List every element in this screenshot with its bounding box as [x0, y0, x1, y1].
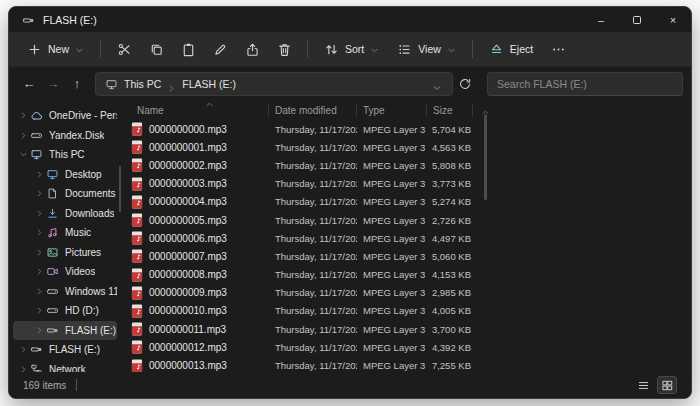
paste-button[interactable]: [173, 36, 203, 62]
chevron-right-icon[interactable]: [35, 267, 44, 276]
chevron-right-icon[interactable]: [35, 189, 44, 198]
mp3-file-icon: [131, 249, 143, 263]
file-name: 0000000012.mp3: [149, 342, 227, 353]
sidebar-item-desktop[interactable]: Desktop: [13, 165, 117, 185]
column-header-size[interactable]: Size: [427, 104, 473, 117]
chevron-right-icon[interactable]: [35, 248, 44, 257]
scroll-up-icon[interactable]: [481, 103, 490, 112]
chevron-down-icon: [75, 45, 84, 54]
chevron-down-icon[interactable]: [19, 150, 28, 159]
refresh-button[interactable]: [453, 72, 477, 96]
sidebar-item-videos[interactable]: Videos: [13, 262, 117, 282]
share-button[interactable]: [237, 36, 267, 62]
table-row[interactable]: 0000000012.mp3Thursday, 11/17/2022 ...MP…: [121, 338, 691, 356]
delete-button[interactable]: [269, 36, 299, 62]
table-row[interactable]: 0000000000.mp3Thursday, 11/17/2022 ...MP…: [121, 120, 691, 138]
close-button[interactable]: ×: [655, 7, 691, 32]
breadcrumb[interactable]: This PC FLASH (E:): [95, 72, 453, 96]
up-button[interactable]: ↑: [65, 72, 89, 96]
table-row[interactable]: 0000000011.mp3Thursday, 11/17/2022 ...MP…: [121, 320, 691, 338]
file-size: 5,808 KB: [427, 160, 473, 171]
rename-button[interactable]: [205, 36, 235, 62]
chevron-right-icon[interactable]: [35, 287, 44, 296]
sort-label: Sort: [345, 43, 364, 55]
view-button[interactable]: View: [389, 36, 464, 62]
chevron-right-icon[interactable]: [35, 170, 44, 179]
back-button[interactable]: ←: [17, 72, 41, 96]
sidebar-item-documents[interactable]: Documents: [13, 184, 117, 204]
drive-icon: [30, 129, 43, 142]
sidebar-item-onedrive-perso[interactable]: OneDrive - Perso: [13, 106, 117, 126]
scrollbar[interactable]: [479, 100, 491, 372]
mp3-file-icon: [131, 213, 143, 227]
breadcrumb-flash-e[interactable]: FLASH (E:): [176, 78, 242, 90]
file-name-cell: 0000000000.mp3: [121, 122, 269, 136]
file-date-modified: Thursday, 11/17/2022 ...: [269, 360, 357, 371]
usb-drive-icon: [22, 13, 35, 26]
chevron-right-icon[interactable]: [35, 228, 44, 237]
table-row[interactable]: 0000000002.mp3Thursday, 11/17/2022 ...MP…: [121, 156, 691, 174]
chevron-right-icon[interactable]: [19, 111, 28, 120]
column-header-date-modified[interactable]: Date modified: [269, 104, 357, 117]
sidebar-item-pictures[interactable]: Pictures: [13, 243, 117, 263]
mp3-file-icon: [131, 340, 143, 354]
table-row[interactable]: 0000000005.mp3Thursday, 11/17/2022 ...MP…: [121, 211, 691, 229]
chevron-right-icon[interactable]: [19, 365, 28, 372]
table-row[interactable]: 0000000004.mp3Thursday, 11/17/2022 ...MP…: [121, 193, 691, 211]
sidebar-item-hd-d[interactable]: HD (D:): [13, 301, 117, 321]
more-options-button[interactable]: [543, 36, 573, 62]
file-date-modified: Thursday, 11/17/2022 ...: [269, 215, 357, 226]
minimize-button[interactable]: –: [583, 7, 619, 32]
file-name: 0000000007.mp3: [149, 251, 227, 262]
chevron-right-icon[interactable]: [35, 326, 44, 335]
file-size: 3,700 KB: [427, 324, 473, 335]
sidebar-item-flash-e[interactable]: FLASH (E:): [13, 340, 117, 360]
paste-icon: [181, 42, 196, 57]
table-row[interactable]: 0000000003.mp3Thursday, 11/17/2022 ...MP…: [121, 175, 691, 193]
table-row[interactable]: 0000000013.mp3Thursday, 11/17/2022 ...MP…: [121, 356, 691, 372]
column-header-type[interactable]: Type: [357, 104, 427, 117]
chevron-right-icon[interactable]: [19, 345, 28, 354]
table-row[interactable]: 0000000007.mp3Thursday, 11/17/2022 ...MP…: [121, 247, 691, 265]
forward-button[interactable]: →: [41, 72, 65, 96]
mp3-file-icon: [131, 195, 143, 209]
file-date-modified: Thursday, 11/17/2022 ...: [269, 124, 357, 135]
sidebar-item-network[interactable]: Network: [13, 360, 117, 373]
desktop-icon: [46, 168, 59, 181]
column-header-name[interactable]: Name: [121, 104, 269, 117]
table-row[interactable]: 0000000008.mp3Thursday, 11/17/2022 ...MP…: [121, 266, 691, 284]
sidebar-item-yandex-disk[interactable]: Yandex.Disk: [13, 126, 117, 146]
details-view-button[interactable]: [633, 376, 653, 394]
search-box[interactable]: [487, 72, 683, 96]
titlebar[interactable]: FLASH (E:) – ×: [9, 7, 691, 32]
copy-button[interactable]: [141, 36, 171, 62]
chevron-down-icon[interactable]: [432, 79, 442, 89]
chevron-right-icon[interactable]: [19, 131, 28, 140]
table-row[interactable]: 0000000010.mp3Thursday, 11/17/2022 ...MP…: [121, 302, 691, 320]
sort-arrows-icon: [324, 42, 339, 57]
table-row[interactable]: 0000000006.mp3Thursday, 11/17/2022 ...MP…: [121, 229, 691, 247]
sidebar-item-flash-e[interactable]: FLASH (E:): [13, 321, 117, 341]
refresh-icon: [458, 77, 472, 91]
sidebar-item-downloads[interactable]: Downloads: [13, 204, 117, 224]
large-icons-view-button[interactable]: [657, 376, 677, 394]
breadcrumb-this-pc[interactable]: This PC: [118, 78, 167, 90]
file-type: MPEG Layer 3: [357, 287, 427, 298]
sidebar-item-windows-11-c[interactable]: Windows 11 (C:: [13, 282, 117, 302]
eject-button[interactable]: Eject: [481, 36, 541, 62]
table-row[interactable]: 0000000001.mp3Thursday, 11/17/2022 ...MP…: [121, 138, 691, 156]
maximize-button[interactable]: [619, 7, 655, 32]
table-row[interactable]: 0000000009.mp3Thursday, 11/17/2022 ...MP…: [121, 284, 691, 302]
mp3-file-icon: [131, 286, 143, 300]
chevron-right-icon[interactable]: [35, 306, 44, 315]
cut-button[interactable]: [109, 36, 139, 62]
sort-button[interactable]: Sort: [316, 36, 387, 62]
file-date-modified: Thursday, 11/17/2022 ...: [269, 233, 357, 244]
chevron-right-icon[interactable]: [35, 209, 44, 218]
search-input[interactable]: [497, 78, 673, 90]
window-title: FLASH (E:): [43, 14, 97, 26]
sidebar-item-this-pc[interactable]: This PC: [13, 145, 117, 165]
sidebar-item-music[interactable]: Music: [13, 223, 117, 243]
new-button[interactable]: New: [19, 36, 92, 62]
scrollbar-thumb[interactable]: [484, 114, 487, 200]
